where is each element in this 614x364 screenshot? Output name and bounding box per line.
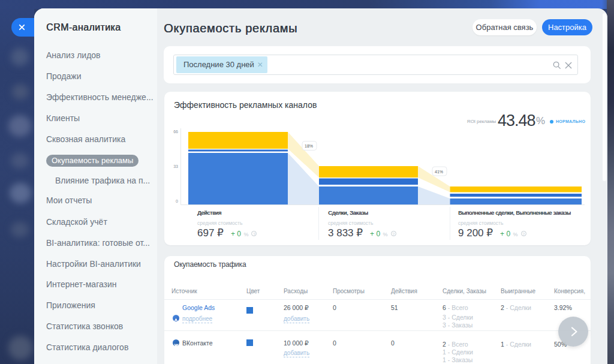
svg-text:41%: 41% [435, 170, 443, 174]
svg-text:33: 33 [173, 164, 178, 169]
svg-text:66: 66 [173, 130, 178, 134]
svg-text:18%: 18% [305, 144, 313, 148]
svg-text:0: 0 [176, 199, 178, 203]
